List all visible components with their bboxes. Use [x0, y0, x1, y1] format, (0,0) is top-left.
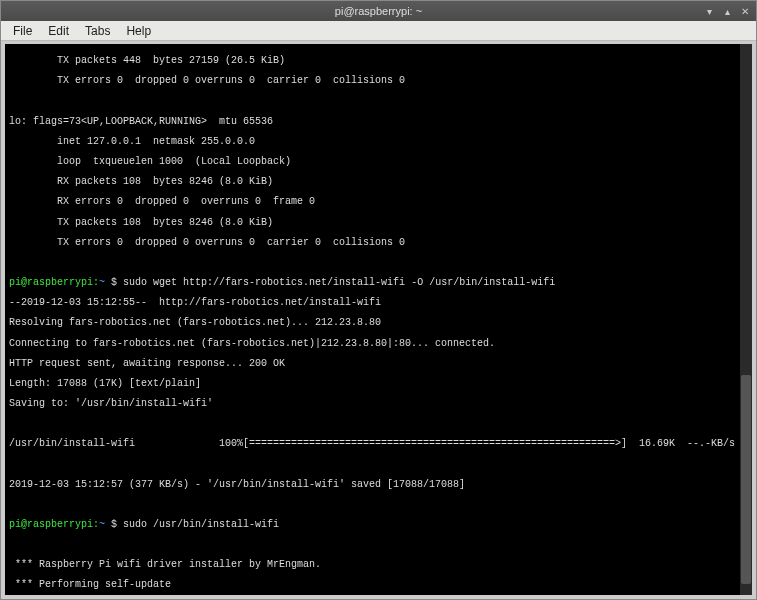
output-line: /usr/bin/install-wifi 100%[=============…	[9, 439, 748, 449]
output-line: --2019-12-03 15:12:55-- http://fars-robo…	[9, 298, 748, 308]
prompt-user: pi@raspberrypi	[9, 519, 93, 530]
output-line: TX packets 108 bytes 8246 (8.0 KiB)	[9, 218, 748, 228]
output-line: TX packets 448 bytes 27159 (26.5 KiB)	[9, 56, 748, 66]
output-line: RX errors 0 dropped 0 overruns 0 frame 0	[9, 197, 748, 207]
output-line: Connecting to fars-robotics.net (fars-ro…	[9, 339, 748, 349]
output-line: loop txqueuelen 1000 (Local Loopback)	[9, 157, 748, 167]
scrollbar[interactable]	[740, 44, 752, 595]
menu-file[interactable]: File	[5, 22, 40, 40]
output-line: TX errors 0 dropped 0 overruns 0 carrier…	[9, 238, 748, 248]
output-line	[9, 500, 748, 510]
output-line: *** Raspberry Pi wifi driver installer b…	[9, 560, 748, 570]
output-line: RX packets 108 bytes 8246 (8.0 KiB)	[9, 177, 748, 187]
prompt-path: ~	[99, 519, 105, 530]
output-line: Resolving fars-robotics.net (fars-roboti…	[9, 318, 748, 328]
output-line	[9, 460, 748, 470]
output-line: Length: 17088 (17K) [text/plain]	[9, 379, 748, 389]
command-text: sudo /usr/bin/install-wifi	[117, 519, 279, 530]
window-title: pi@raspberrypi: ~	[335, 5, 422, 17]
output-line: HTTP request sent, awaiting response... …	[9, 359, 748, 369]
output-line: Saving to: '/usr/bin/install-wifi'	[9, 399, 748, 409]
prompt-user: pi@raspberrypi	[9, 277, 93, 288]
output-line: lo: flags=73<UP,LOOPBACK,RUNNING> mtu 65…	[9, 117, 748, 127]
output-line	[9, 419, 748, 429]
output-line: inet 127.0.0.1 netmask 255.0.0.0	[9, 137, 748, 147]
output-line: TX errors 0 dropped 0 overruns 0 carrier…	[9, 76, 748, 86]
prompt-path: ~	[99, 277, 105, 288]
output-line	[9, 96, 748, 106]
output-line	[9, 258, 748, 268]
output-line: 2019-12-03 15:12:57 (377 KB/s) - '/usr/b…	[9, 480, 748, 490]
command-text: sudo wget http://fars-robotics.net/insta…	[117, 277, 555, 288]
prompt-line: pi@raspberrypi:~ $ sudo /usr/bin/install…	[9, 520, 748, 530]
menu-help[interactable]: Help	[118, 22, 159, 40]
terminal-window: pi@raspberrypi: ~ ▾ ▴ ✕ File Edit Tabs H…	[0, 0, 757, 600]
prompt-line: pi@raspberrypi:~ $ sudo wget http://fars…	[9, 278, 748, 288]
titlebar[interactable]: pi@raspberrypi: ~ ▾ ▴ ✕	[1, 1, 756, 21]
scrollbar-thumb[interactable]	[741, 375, 751, 584]
menubar: File Edit Tabs Help	[1, 21, 756, 41]
window-controls: ▾ ▴ ✕	[702, 4, 752, 18]
terminal-area[interactable]: TX packets 448 bytes 27159 (26.5 KiB) TX…	[1, 41, 756, 599]
close-button[interactable]: ✕	[738, 4, 752, 18]
menu-tabs[interactable]: Tabs	[77, 22, 118, 40]
output-line: *** Performing self-update	[9, 580, 748, 590]
minimize-button[interactable]: ▾	[702, 4, 716, 18]
maximize-button[interactable]: ▴	[720, 4, 734, 18]
output-line	[9, 540, 748, 550]
menu-edit[interactable]: Edit	[40, 22, 77, 40]
